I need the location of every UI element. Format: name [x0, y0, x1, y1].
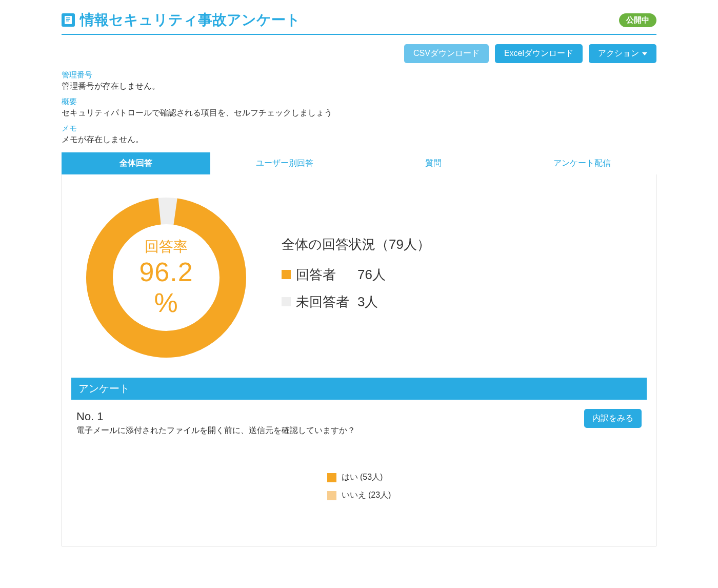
svg-rect-0: [65, 16, 72, 24]
square-icon: [327, 473, 336, 482]
legend-yes: はい (53人): [342, 472, 383, 483]
non-responders-label: 未回答者: [296, 293, 352, 311]
control-number-label: 管理番号: [62, 70, 656, 80]
square-icon: [327, 491, 336, 500]
responders-label: 回答者: [296, 266, 352, 284]
donut-rate-label: 回答率: [124, 237, 209, 257]
svg-rect-1: [66, 17, 70, 18]
summary-value: セキュリティパトロールで確認される項目を、セルフチェックしましょう: [62, 108, 656, 119]
tab-user-responses[interactable]: ユーザー別回答: [210, 152, 359, 174]
chevron-down-icon: [642, 52, 647, 55]
control-number-value: 管理番号が存在しません。: [62, 81, 656, 92]
overview-heading: 全体の回答状況（79人）: [282, 236, 430, 253]
question-number: No. 1: [76, 410, 642, 423]
memo-value: メモが存在しません。: [62, 134, 656, 145]
square-icon: [282, 297, 291, 306]
page-title: 情報セキュリティ事故アンケート: [80, 10, 301, 30]
meta-block: 管理番号 管理番号が存在しません。 概要 セキュリティパトロールで確認される項目…: [62, 70, 656, 145]
question-text: 電子メールに添付されたファイルを開く前に、送信元を確認していますか？: [76, 425, 642, 436]
action-button-label: アクション: [598, 48, 639, 59]
summary-label: 概要: [62, 97, 656, 107]
excel-download-button[interactable]: Excelダウンロード: [495, 44, 583, 63]
question-legend: はい (53人) いいえ (23人): [327, 472, 391, 501]
tab-distribution[interactable]: アンケート配信: [508, 152, 656, 174]
square-icon: [282, 270, 291, 279]
response-rate-donut-chart: 回答率 96.2 %: [82, 193, 251, 362]
legend-no: いいえ (23人): [342, 490, 391, 501]
overview-section: 回答率 96.2 % 全体の回答状況（79人） 回答者 76人 未回答者 3人: [71, 188, 647, 378]
tab-all-responses[interactable]: 全体回答: [62, 152, 210, 174]
svg-rect-3: [66, 21, 69, 22]
status-badge: 公開中: [619, 13, 656, 27]
question-block: No. 1 電子メールに添付されたファイルを開く前に、送信元を確認していますか？…: [71, 400, 647, 537]
tab-questions[interactable]: 質問: [359, 152, 508, 174]
document-icon: [62, 13, 75, 27]
svg-rect-2: [66, 19, 70, 20]
overview-text: 全体の回答状況（79人） 回答者 76人 未回答者 3人: [282, 236, 430, 320]
non-responders-count: 3人: [357, 293, 378, 311]
tab-bar: 全体回答 ユーザー別回答 質問 アンケート配信: [62, 152, 656, 174]
view-breakdown-button[interactable]: 内訳をみる: [584, 409, 642, 428]
action-row: CSVダウンロード Excelダウンロード アクション: [62, 44, 656, 63]
action-dropdown-button[interactable]: アクション: [589, 44, 656, 63]
donut-rate-value: 96.2 %: [124, 257, 209, 318]
survey-section-header: アンケート: [71, 378, 647, 400]
main-panel: 回答率 96.2 % 全体の回答状況（79人） 回答者 76人 未回答者 3人 …: [62, 174, 656, 546]
csv-download-button[interactable]: CSVダウンロード: [404, 44, 489, 63]
memo-label: メモ: [62, 124, 656, 133]
page-header: 情報セキュリティ事故アンケート 公開中: [62, 10, 656, 35]
responders-count: 76人: [357, 266, 386, 284]
